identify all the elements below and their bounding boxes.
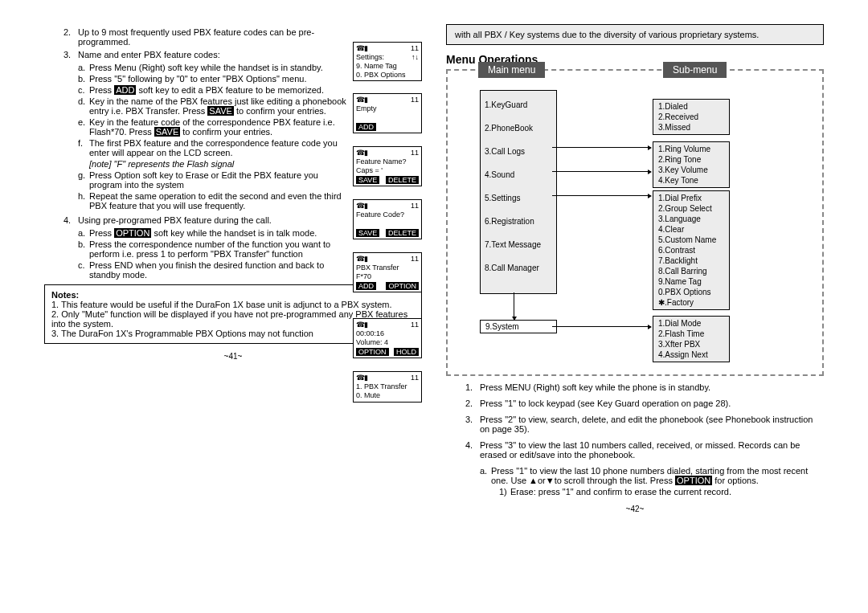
lcd-pbx-transfer: ☎▮11 PBX Transfer F*70 ADDOPTION: [353, 252, 422, 292]
item-4: Using pre-programed PBX feature during t…: [78, 215, 337, 225]
menu-9: 9.System: [480, 320, 557, 333]
submenu-call-logs: 1.Dialed 2.Received 3.Missed: [653, 99, 730, 135]
step-4b: Press the correspondence number of the f…: [89, 239, 351, 259]
lcd-feature-code: ☎▮11 Feature Code? SAVEDELETE: [353, 199, 422, 239]
op-3: Press "2" to view, search, delete, and e…: [480, 415, 824, 434]
menu-6: 6.Registration: [485, 210, 541, 233]
op-4a1: Erase: press "1" and confirm to erase th…: [510, 487, 824, 497]
submenu-sound: 1.Ring Volume 2.Ring Tone 3.Key Volume 4…: [653, 141, 730, 188]
menu-2: 2.PhoneBook: [485, 116, 541, 140]
menu-3: 3.Call Logs: [485, 140, 541, 163]
step-3c: Press ADD soft key to edit a PBX feature…: [89, 85, 351, 95]
step-3b: Press "5" following by "0" to enter "PBX…: [89, 74, 351, 84]
menu-1: 1.KeyGuard: [485, 93, 541, 116]
page-41: 2.Up to 9 most frequently used PBX featu…: [44, 24, 422, 513]
step-3a: Press Menu (Right) soft key while the ha…: [89, 63, 351, 72]
main-menu-label: Main menu: [478, 62, 545, 78]
lcd-settings: ☎▮11 Settings:↑↓ 9. Name Tag 0. PBX Opti…: [353, 42, 422, 81]
submenu-settings: 1.Dial Prefix 2.Group Select 3.Language …: [653, 190, 730, 310]
menu-7: 7.Text Message: [485, 233, 541, 256]
menu-diagram: Main menu Sub-menu 1.KeyGuard 2.PhoneBoo…: [446, 69, 824, 376]
step-4a: Press OPTION soft key while the handset …: [89, 228, 351, 238]
step-3g: Press Option soft key to Erase or Edit t…: [89, 170, 351, 190]
lcd-empty: ☎▮11 Empty ADD: [353, 93, 422, 133]
menu-4: 4.Sound: [485, 163, 541, 186]
op-2: Press "1" to lock keypad (see Key Guard …: [480, 398, 824, 408]
lcd-talk: ☎▮11 00:00:16 Volume: 4 OPTIONHOLD: [353, 318, 422, 358]
page-42: with all PBX / Key systems due to the di…: [446, 24, 824, 513]
step-3-note: [note] "F" represents the Flash signal: [89, 159, 351, 169]
step-3f: The first PBX feature and the correspond…: [89, 138, 351, 157]
op-4: Press "3" to view the last 10 numbers ca…: [480, 440, 824, 460]
sub-menu-label: Sub-menu: [663, 62, 727, 78]
submenu-system: 1.Dial Mode 2.Flash Time 3.Xfter PBX 4.A…: [653, 316, 730, 362]
menu-5: 5.Settings: [485, 186, 541, 210]
step-3e: Key in the feature code of the correspon…: [89, 117, 351, 137]
op-1: Press MENU (Right) soft key while the ph…: [480, 382, 824, 392]
page-number-right: ~42~: [446, 505, 824, 513]
op-4a: Press "1" to view the last 10 phone numb…: [491, 466, 824, 485]
lcd-feature-name: ☎▮11 Feature Name? Caps = ' SAVEDELETE: [353, 146, 422, 186]
item-3: Name and enter PBX feature codes:: [78, 50, 337, 59]
compatibility-warning: with all PBX / Key systems due to the di…: [446, 24, 824, 45]
step-4c: Press END when you finish the desired fu…: [89, 260, 351, 280]
step-3d: Key in the name of the PBX features just…: [89, 96, 351, 116]
menu-8: 8.Call Manager: [485, 256, 541, 280]
lcd-options: ☎▮11 1. PBX Transfer 0. Mute: [353, 371, 422, 403]
step-3h: Repeat the same operation to edit the se…: [89, 191, 351, 210]
item-2: Up to 9 most frequently used PBX feature…: [78, 27, 337, 47]
note-1: 1. This feature would be useful if the D…: [51, 300, 415, 309]
